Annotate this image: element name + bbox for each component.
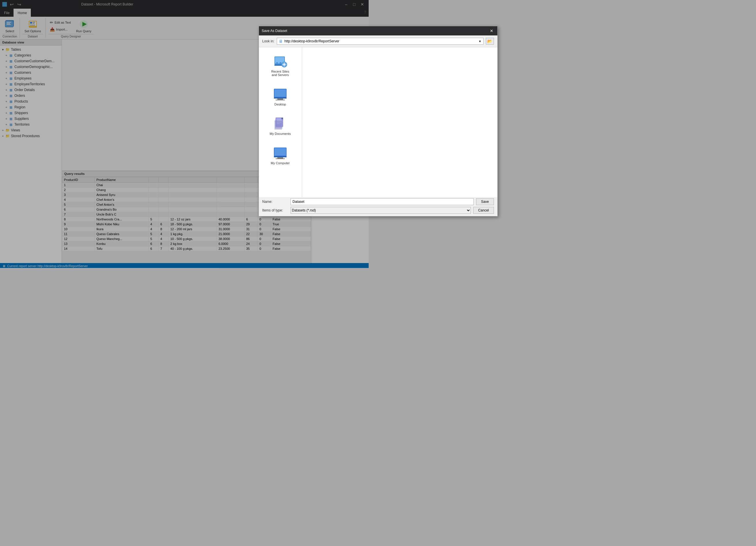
- nav-my-documents[interactable]: My Documents: [261, 114, 300, 138]
- svg-rect-26: [277, 98, 283, 100]
- type-row: Items of type: Datasets (*.rsd) Cancel: [262, 207, 369, 214]
- server-icon: 🖥: [279, 39, 283, 43]
- svg-rect-16: [276, 62, 278, 63]
- dialog-titlebar: Save As Dataset ✕: [259, 26, 369, 35]
- desktop-icon: [273, 87, 287, 101]
- svg-rect-17: [280, 62, 281, 63]
- dialog-nav: Recent Sitesand Servers Desktop: [259, 47, 302, 197]
- my-computer-icon: [273, 146, 287, 160]
- dialog-overlay: Save As Dataset ✕ Look in: 🖥 http://desk…: [0, 0, 369, 268]
- nav-my-computer[interactable]: My Computer: [261, 143, 300, 167]
- type-select[interactable]: Datasets (*.rsd): [291, 207, 369, 214]
- save-as-dataset-dialog: Save As Dataset ✕ Look in: 🖥 http://desk…: [259, 26, 369, 216]
- nav-desktop[interactable]: Desktop: [261, 85, 300, 108]
- svg-rect-38: [274, 148, 286, 155]
- name-row: Name: Save: [262, 198, 369, 205]
- dialog-title: Save As Dataset: [262, 29, 287, 33]
- dialog-toolbar: Look in: 🖥 http://desktop-k9rov8r/Report…: [259, 35, 369, 47]
- look-in-combo[interactable]: 🖥 http://desktop-k9rov8r/ReportServer ▼: [277, 38, 369, 45]
- path-text: http://desktop-k9rov8r/ReportServer: [285, 39, 340, 43]
- dialog-footer: Name: Save Items of type: Datasets (*.rs…: [259, 197, 369, 216]
- nav-recent-sites[interactable]: Recent Sitesand Servers: [261, 52, 300, 79]
- svg-rect-39: [274, 156, 287, 157]
- my-documents-icon: [273, 116, 287, 130]
- look-in-label: Look in:: [262, 39, 274, 43]
- name-input[interactable]: [291, 198, 369, 205]
- recent-sites-icon: [273, 54, 287, 68]
- dialog-body: Recent Sitesand Servers Desktop: [259, 47, 369, 197]
- recent-sites-label: Recent Sitesand Servers: [271, 70, 289, 77]
- svg-rect-24: [274, 89, 286, 97]
- my-computer-label: My Computer: [271, 161, 290, 165]
- dialog-file-area[interactable]: [302, 47, 369, 197]
- svg-marker-30: [281, 117, 283, 119]
- type-field-label: Items of type:: [262, 208, 288, 212]
- my-documents-label: My Documents: [270, 132, 291, 135]
- svg-rect-41: [276, 158, 285, 159]
- name-field-label: Name:: [262, 200, 288, 204]
- desktop-label: Desktop: [274, 103, 286, 106]
- svg-rect-25: [274, 97, 287, 98]
- svg-rect-27: [276, 100, 285, 100]
- svg-rect-36: [274, 120, 282, 130]
- svg-rect-40: [277, 157, 283, 158]
